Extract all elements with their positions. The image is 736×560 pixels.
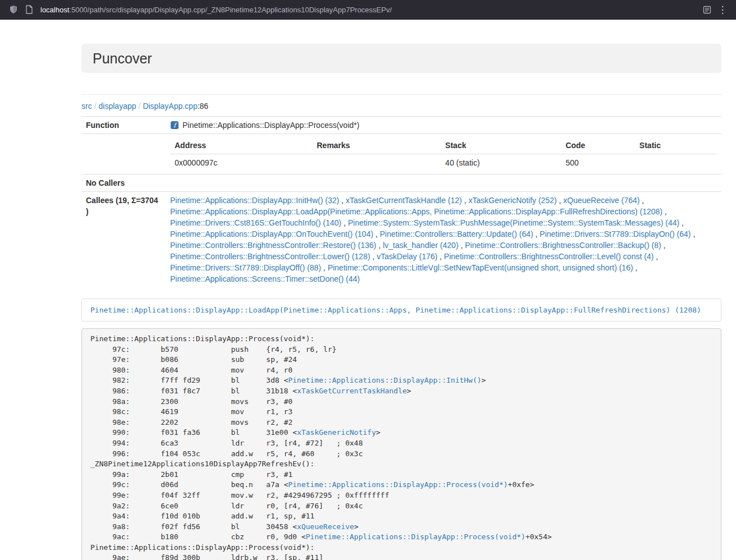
col-header-static: Static xyxy=(635,137,717,154)
function-row: Function f Pinetime::Applications::Displ… xyxy=(81,117,721,134)
browser-menu-icon[interactable]: ⋮ xyxy=(715,2,730,17)
callees-list: Pinetime::Applications::DisplayApp::Init… xyxy=(166,192,721,288)
disassembly: Pinetime::Applications::DisplayApp::Proc… xyxy=(81,328,721,560)
disasm-symbol-link[interactable]: Pinetime::Applications::DisplayApp::Proc… xyxy=(288,480,508,489)
breadcrumb-link[interactable]: src xyxy=(81,102,92,111)
browser-toolbar: localhost:5000/path/src/displayapp/Displ… xyxy=(0,0,736,20)
callee-link[interactable]: Pinetime::Drivers::St7789::DisplayOff() … xyxy=(170,263,321,272)
callee-link[interactable]: xTaskGenericNotify (252) xyxy=(468,196,556,205)
reader-icon xyxy=(703,6,711,14)
callee-link[interactable]: Pinetime::Controllers::Battery::Update()… xyxy=(380,229,533,238)
tracking-shield-icon[interactable] xyxy=(6,2,21,17)
callee-link[interactable]: xQueueReceive (764) xyxy=(563,196,639,205)
breadcrumb-separator: / xyxy=(136,102,143,111)
disasm-symbol-link[interactable]: xTaskGenericNotify xyxy=(297,428,376,437)
document-icon xyxy=(25,5,33,14)
address-value: 0x0000097c xyxy=(170,154,312,172)
disasm-symbol-link[interactable]: Pinetime::Applications::DisplayApp::Proc… xyxy=(306,533,525,541)
metrics-value-row: 0x0000097c 40 (static) 500 xyxy=(170,154,717,172)
metrics-label-empty xyxy=(81,134,166,175)
selected-callee-link[interactable]: Pinetime::Applications::DisplayApp::Load… xyxy=(90,306,701,314)
callee-link[interactable]: Pinetime::Controllers::BrightnessControl… xyxy=(170,241,376,250)
callee-link[interactable]: lv_task_handler (420) xyxy=(383,241,459,250)
disasm-symbol-link[interactable]: Pinetime::Applications::DisplayApp::Init… xyxy=(288,376,481,384)
no-callers-label: No Callers xyxy=(81,175,166,192)
code-value: 500 xyxy=(561,154,634,172)
shield-icon xyxy=(9,5,18,14)
breadcrumb-separator: / xyxy=(92,102,99,111)
callee-link[interactable]: Pinetime::Applications::DisplayApp::OnTo… xyxy=(170,229,373,238)
callees-label: Callees (19, Σ=3704 ) xyxy=(81,192,166,288)
function-name: Pinetime::Applications::DisplayApp::Proc… xyxy=(182,120,359,131)
callee-link[interactable]: Pinetime::Drivers::St7789::DisplayOn() (… xyxy=(540,229,691,238)
function-cell: f Pinetime::Applications::DisplayApp::Pr… xyxy=(170,120,717,131)
page-info-icon[interactable] xyxy=(21,2,37,17)
url-path: :5000/path/src/displayapp/DisplayApp.cpp… xyxy=(69,6,392,14)
stack-value: 40 (static) xyxy=(441,154,561,172)
callee-link[interactable]: Pinetime::Applications::DisplayApp::Load… xyxy=(170,207,662,216)
breadcrumb-line-number: :86 xyxy=(198,102,208,111)
callee-link[interactable]: Pinetime::System::SystemTask::PushMessag… xyxy=(348,218,680,227)
breadcrumb: src/displayapp/DisplayApp.cpp:86 xyxy=(81,100,721,112)
metrics-row: Address Remarks Stack Code Static 0x0000… xyxy=(81,134,721,175)
url-input[interactable]: localhost:5000/path/src/displayapp/Displ… xyxy=(40,6,699,14)
function-label: Function xyxy=(81,117,166,134)
breadcrumb-link[interactable]: DisplayApp.cpp xyxy=(143,102,197,111)
remarks-value xyxy=(312,154,441,172)
col-header-stack: Stack xyxy=(441,137,561,154)
metrics-table: Address Remarks Stack Code Static 0x0000… xyxy=(170,137,717,171)
callee-link[interactable]: Pinetime::Controllers::BrightnessControl… xyxy=(465,241,661,250)
selected-callee-box: Pinetime::Applications::DisplayApp::Load… xyxy=(81,299,721,322)
callee-link[interactable]: xTaskGetCurrentTaskHandle (12) xyxy=(346,196,462,205)
col-header-code: Code xyxy=(561,137,634,154)
static-value xyxy=(635,154,717,172)
page-title-box: Puncover xyxy=(81,44,721,73)
callee-link[interactable]: Pinetime::Components::LittleVgl::SetNewT… xyxy=(328,263,633,272)
metrics-header-row: Address Remarks Stack Code Static xyxy=(170,137,717,154)
breadcrumb-link[interactable]: displayapp xyxy=(99,102,136,111)
url-host: localhost xyxy=(40,6,69,14)
callee-link[interactable]: Pinetime::Controllers::BrightnessControl… xyxy=(444,252,653,261)
disasm-symbol-link[interactable]: xQueueReceive xyxy=(297,522,354,531)
callee-link[interactable]: Pinetime::Controllers::BrightnessControl… xyxy=(170,252,370,261)
page-content: Puncover src/displayapp/DisplayApp.cpp:8… xyxy=(81,44,721,560)
col-header-address: Address xyxy=(170,137,312,154)
page-title: Puncover xyxy=(93,51,710,66)
col-header-remarks: Remarks xyxy=(312,137,441,154)
callees-row: Callees (19, Σ=3704 ) Pinetime::Applicat… xyxy=(81,192,721,288)
divider xyxy=(81,94,721,95)
kebab-menu-icon: ⋮ xyxy=(716,5,730,15)
function-info-table: Function f Pinetime::Applications::Displ… xyxy=(81,116,721,287)
callee-link[interactable]: Pinetime::Applications::Screens::Timer::… xyxy=(170,274,360,283)
reader-mode-icon[interactable] xyxy=(699,2,715,17)
callee-link[interactable]: Pinetime::Applications::DisplayApp::Init… xyxy=(170,196,339,205)
callee-link[interactable]: vTaskDelay (176) xyxy=(377,252,437,261)
no-callers-row: No Callers xyxy=(81,175,721,192)
callee-link[interactable]: Pinetime::Drivers::Cst816S::GetTouchInfo… xyxy=(170,218,341,227)
function-icon: f xyxy=(170,121,179,130)
disasm-symbol-link[interactable]: xTaskGetCurrentTaskHandle xyxy=(297,387,407,395)
